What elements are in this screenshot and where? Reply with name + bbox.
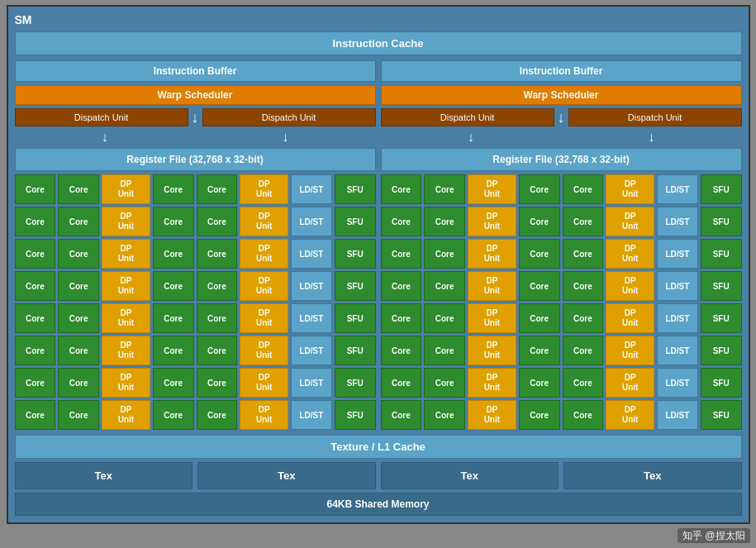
dp-unit: DPUnit [606, 271, 654, 301]
core: Core [563, 368, 604, 398]
core: Core [424, 368, 465, 398]
left-dispatch-unit-1: Dispatch Unit [15, 108, 188, 126]
dp-unit: DPUnit [606, 303, 654, 333]
left-arrow-2: ↓ [282, 130, 288, 145]
right-half: Instruction Buffer Warp Scheduler Dispat… [381, 60, 742, 430]
sfu: SFU [701, 271, 742, 301]
left-core-row-3: Core Core DPUnit Core Core DPUnit LD/ST … [15, 239, 376, 269]
dp-unit: DPUnit [102, 303, 150, 333]
ldst: LD/ST [291, 174, 332, 204]
dp-unit: DPUnit [468, 207, 516, 236]
dp-unit: DPUnit [468, 174, 516, 204]
core: Core [197, 207, 238, 236]
right-dispatch-row: Dispatch Unit ↓ Dispatch Unit [381, 108, 742, 126]
core: Core [381, 271, 422, 301]
core: Core [381, 207, 422, 236]
ldst: LD/ST [657, 239, 698, 269]
left-core-row-1: Core Core DPUnit Core Core DPUnit LD/ST … [15, 174, 376, 204]
watermark: 知乎 @捏太阳 [678, 528, 750, 543]
ldst: LD/ST [291, 400, 332, 430]
right-core-row-7: Core Core DPUnit Core Core DPUnit LD/ST … [381, 368, 742, 398]
sfu: SFU [335, 239, 376, 269]
ldst: LD/ST [657, 368, 698, 398]
dp-unit: DPUnit [102, 239, 150, 269]
left-core-row-5: Core Core DPUnit Core Core DPUnit LD/ST … [15, 303, 376, 333]
watermark-row: 知乎 @捏太阳 [7, 527, 750, 543]
left-core-row-7: Core Core DPUnit Core Core DPUnit LD/ST … [15, 368, 376, 398]
dp-unit: DPUnit [468, 303, 516, 333]
core: Core [519, 400, 560, 430]
core: Core [563, 303, 604, 333]
tex-unit-3: Tex [381, 462, 559, 489]
tex-unit-1: Tex [15, 462, 193, 489]
core: Core [381, 303, 422, 333]
sfu: SFU [335, 400, 376, 430]
left-core-row-8: Core Core DPUnit Core Core DPUnit LD/ST … [15, 400, 376, 430]
right-warp-scheduler: Warp Scheduler [381, 85, 742, 105]
dp-unit: DPUnit [240, 400, 288, 430]
ldst: LD/ST [291, 207, 332, 236]
dp-unit: DPUnit [468, 271, 516, 301]
right-core-row-4: Core Core DPUnit Core Core DPUnit LD/ST … [381, 271, 742, 301]
core: Core [381, 368, 422, 398]
dp-unit: DPUnit [102, 174, 150, 204]
left-arrow-1: ↓ [102, 130, 108, 145]
core: Core [153, 336, 194, 365]
right-dispatch-unit-2: Dispatch Unit [568, 108, 742, 126]
left-dispatch-row: Dispatch Unit ↓ Dispatch Unit [15, 108, 376, 126]
right-dispatch-arrow: ↓ [558, 108, 565, 126]
dp-unit: DPUnit [102, 368, 150, 398]
sfu: SFU [701, 336, 742, 365]
core: Core [563, 207, 604, 236]
right-core-row-1: Core Core DPUnit Core Core DPUnit LD/ST … [381, 174, 742, 204]
core: Core [153, 207, 194, 236]
left-dispatch-arrow: ↓ [192, 108, 199, 126]
sfu: SFU [335, 303, 376, 333]
sfu: SFU [701, 368, 742, 398]
core: Core [15, 174, 56, 204]
dp-unit: DPUnit [606, 239, 654, 269]
right-core-row-5: Core Core DPUnit Core Core DPUnit LD/ST … [381, 303, 742, 333]
dp-unit: DPUnit [102, 207, 150, 236]
core: Core [15, 336, 56, 365]
core: Core [153, 239, 194, 269]
core: Core [519, 336, 560, 365]
dp-unit: DPUnit [606, 368, 654, 398]
sfu: SFU [701, 400, 742, 430]
dp-unit: DPUnit [102, 400, 150, 430]
dp-unit: DPUnit [606, 400, 654, 430]
core: Core [519, 271, 560, 301]
core: Core [519, 303, 560, 333]
right-core-row-8: Core Core DPUnit Core Core DPUnit LD/ST … [381, 400, 742, 430]
dp-unit: DPUnit [102, 336, 150, 365]
instruction-cache: Instruction Cache [15, 31, 742, 55]
texture-l1-cache: Texture / L1 Cache [15, 435, 742, 459]
core: Core [424, 303, 465, 333]
core: Core [381, 336, 422, 365]
right-core-row-2: Core Core DPUnit Core Core DPUnit LD/ST … [381, 207, 742, 236]
sfu: SFU [335, 336, 376, 365]
two-col-section: Instruction Buffer Warp Scheduler Dispat… [15, 60, 742, 430]
ldst: LD/ST [657, 303, 698, 333]
core: Core [197, 271, 238, 301]
dp-unit: DPUnit [468, 239, 516, 269]
core: Core [381, 174, 422, 204]
core: Core [519, 239, 560, 269]
core: Core [563, 400, 604, 430]
ldst: LD/ST [657, 400, 698, 430]
core: Core [15, 368, 56, 398]
core: Core [519, 207, 560, 236]
core: Core [153, 400, 194, 430]
dp-unit: DPUnit [240, 207, 288, 236]
core: Core [153, 368, 194, 398]
shared-memory: 64KB Shared Memory [15, 493, 742, 516]
dp-unit: DPUnit [240, 239, 288, 269]
ldst: LD/ST [291, 239, 332, 269]
dp-unit: DPUnit [606, 174, 654, 204]
core: Core [197, 239, 238, 269]
left-core-row-4: Core Core DPUnit Core Core DPUnit LD/ST … [15, 271, 376, 301]
core: Core [563, 336, 604, 365]
right-register-file: Register File (32,768 x 32-bit) [381, 148, 742, 171]
left-core-grid: Core Core DPUnit Core Core DPUnit LD/ST … [15, 174, 376, 430]
sfu: SFU [335, 207, 376, 236]
